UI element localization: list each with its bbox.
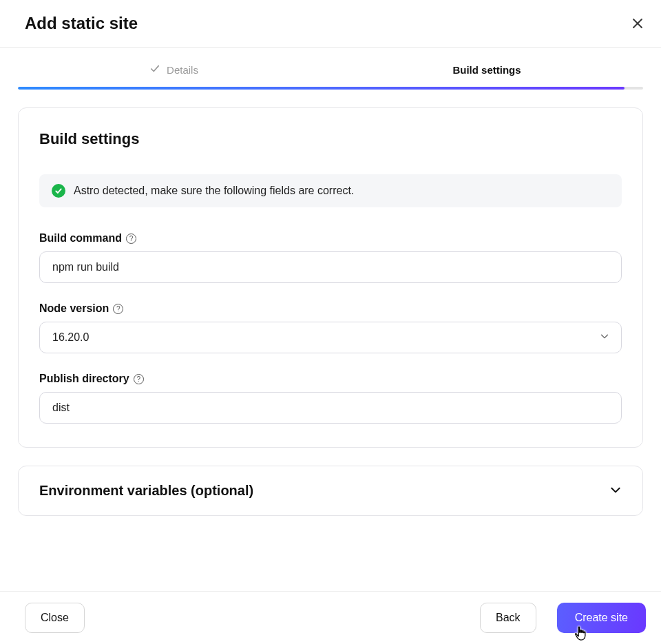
info-banner: Astro detected, make sure the following …: [39, 174, 622, 207]
step-label: Details: [167, 64, 198, 76]
field-node-version: Node version ? 16.20.0: [39, 302, 622, 353]
stepper: Details Build settings: [0, 48, 661, 87]
build-command-input[interactable]: [39, 251, 622, 283]
publish-directory-input[interactable]: [39, 392, 622, 424]
chevron-down-icon: [609, 484, 622, 499]
progress-fill: [18, 87, 625, 90]
help-icon[interactable]: ?: [134, 374, 144, 384]
help-icon[interactable]: ?: [113, 304, 123, 314]
env-vars-accordion[interactable]: Environment variables (optional): [18, 466, 643, 516]
build-command-label: Build command: [39, 232, 122, 245]
modal-header: Add static site: [0, 0, 661, 48]
step-label: Build settings: [452, 64, 521, 76]
progress-track: [18, 87, 643, 90]
node-version-label: Node version: [39, 302, 109, 315]
node-version-select[interactable]: 16.20.0: [39, 322, 622, 353]
step-details[interactable]: Details: [18, 64, 330, 87]
close-button[interactable]: Close: [25, 603, 85, 633]
page-title: Add static site: [25, 14, 138, 33]
step-build-settings[interactable]: Build settings: [330, 64, 643, 87]
publish-directory-label: Publish directory: [39, 373, 129, 385]
back-button[interactable]: Back: [480, 603, 536, 633]
check-icon: [150, 64, 160, 76]
env-vars-heading: Environment variables (optional): [39, 483, 253, 499]
info-banner-text: Astro detected, make sure the following …: [74, 185, 354, 197]
field-publish-directory: Publish directory ?: [39, 373, 622, 424]
check-circle-icon: [52, 184, 65, 198]
build-settings-card: Build settings Astro detected, make sure…: [18, 107, 643, 448]
field-build-command: Build command ?: [39, 232, 622, 283]
close-icon[interactable]: [631, 17, 644, 30]
modal-footer: Close Back Create site: [0, 591, 661, 644]
create-site-button[interactable]: Create site: [557, 603, 646, 633]
card-heading: Build settings: [39, 130, 622, 148]
help-icon[interactable]: ?: [126, 233, 136, 244]
